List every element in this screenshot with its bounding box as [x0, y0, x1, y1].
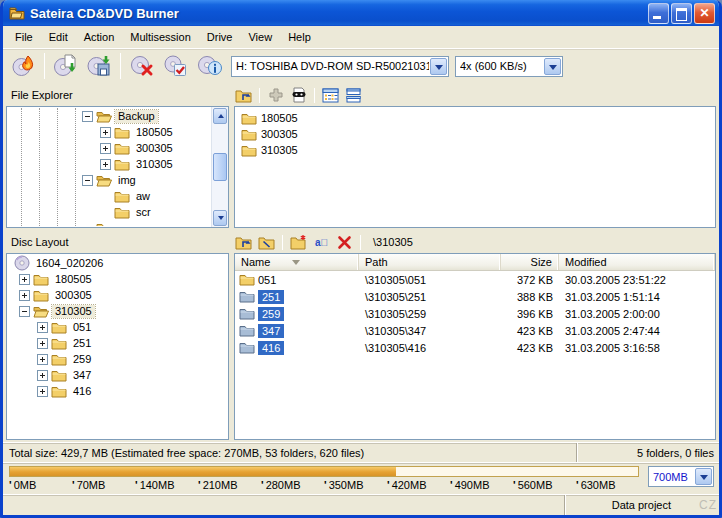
disc-layout-tree-pane: 1604_020206 180505 300305 310305: [6, 253, 229, 440]
table-row-selected[interactable]: 259 \310305\259 396 KB 31.03.2005 2:00:0…: [235, 305, 715, 322]
scroll-down-icon[interactable]: [213, 210, 227, 226]
column-header-name[interactable]: Name: [235, 254, 359, 270]
burn-disc-button[interactable]: [7, 51, 40, 81]
tree-item-180505[interactable]: 180505: [8, 271, 227, 287]
column-header-modified[interactable]: Modified: [559, 254, 715, 270]
open-project-button[interactable]: [49, 51, 82, 81]
menu-action[interactable]: Action: [76, 28, 123, 46]
status-selection-count: 5 folders, 0 files: [576, 443, 719, 462]
erase-disc-button[interactable]: [125, 51, 158, 81]
scrollbar-track[interactable]: [212, 125, 228, 209]
folder-item-180505[interactable]: 180505: [237, 110, 713, 126]
tree-item-disc-root[interactable]: 1604_020206: [8, 255, 227, 271]
expand-icon[interactable]: [19, 290, 30, 301]
column-header-path[interactable]: Path: [359, 254, 501, 270]
menu-multisession[interactable]: Multisession: [122, 28, 199, 46]
minimize-button[interactable]: [648, 3, 669, 24]
cell-name: 251: [258, 290, 284, 304]
collapse-icon[interactable]: [82, 175, 93, 186]
list-view-button[interactable]: [344, 87, 363, 104]
tree-item-051[interactable]: 051: [8, 319, 227, 335]
tree-item-251[interactable]: 251: [8, 335, 227, 351]
scroll-up-icon[interactable]: [213, 108, 227, 124]
folder-up-button[interactable]: [234, 234, 253, 251]
scale-tick: 630MB: [576, 479, 615, 491]
close-button[interactable]: [694, 3, 715, 24]
folder-item-300305[interactable]: 300305: [237, 126, 713, 142]
maximize-button[interactable]: [671, 3, 692, 24]
delete-button[interactable]: [335, 234, 354, 251]
file-explorer-tree: Backup 180505 300305 310305: [8, 108, 211, 226]
drive-select-value: H: TOSHIBA DVD-ROM SD-R50021031: [236, 60, 429, 72]
tree-item-scr[interactable]: scr: [8, 204, 211, 220]
folder-icon: [114, 206, 130, 219]
tree-item-310305[interactable]: 310305: [8, 303, 227, 319]
disc-info-button[interactable]: [193, 51, 226, 81]
tree-item-300305[interactable]: 300305: [8, 287, 227, 303]
save-project-button[interactable]: [83, 51, 116, 81]
menu-help[interactable]: Help: [280, 28, 319, 46]
disc-layout-toolbar: \310305: [232, 234, 413, 251]
folder-icon: [51, 353, 67, 366]
folder-item-310305[interactable]: 310305: [237, 142, 713, 158]
tree-item-310305[interactable]: 310305: [8, 156, 211, 172]
chevron-down-icon[interactable]: [695, 468, 712, 485]
chevron-down-icon[interactable]: [430, 58, 447, 75]
expand-icon[interactable]: [19, 274, 30, 285]
disc-icon: [14, 255, 30, 271]
table-row-selected[interactable]: 347 \310305\347 423 KB 31.03.2005 2:47:4…: [235, 322, 715, 339]
expand-icon[interactable]: [100, 143, 111, 154]
folder-up-button[interactable]: [234, 87, 253, 104]
rename-icon[interactable]: [312, 234, 331, 251]
table-row-selected[interactable]: 251 \310305\251 388 KB 31.03.2005 1:51:1…: [235, 288, 715, 305]
menu-view[interactable]: View: [240, 28, 280, 46]
file-explorer-tree-pane: Backup 180505 300305 310305: [6, 106, 229, 228]
table-row-selected[interactable]: 416 \310305\416 423 KB 31.03.2005 3:16:5…: [235, 339, 715, 356]
tree-item-347[interactable]: 347: [8, 367, 227, 383]
hidden-files-button[interactable]: [289, 87, 308, 104]
add-to-layout-button[interactable]: [266, 87, 285, 104]
chevron-down-icon[interactable]: [544, 58, 561, 75]
expand-icon[interactable]: [100, 159, 111, 170]
tree-item-416[interactable]: 416: [8, 383, 227, 399]
root-folder-button[interactable]: [257, 234, 276, 251]
menu-file[interactable]: File: [7, 28, 41, 46]
expand-icon[interactable]: [37, 370, 48, 381]
tree-item-300305[interactable]: 300305: [8, 140, 211, 156]
verify-disc-button[interactable]: [159, 51, 192, 81]
tree-item-259[interactable]: 259: [8, 351, 227, 367]
speed-select[interactable]: 4x (600 KB/s): [455, 56, 563, 77]
tree-item-label: Backup: [115, 110, 158, 123]
new-folder-button[interactable]: [289, 234, 308, 251]
collapse-icon[interactable]: [82, 111, 93, 122]
menu-drive[interactable]: Drive: [199, 28, 241, 46]
folder-icon: [241, 128, 257, 141]
sort-descending-icon: [292, 260, 300, 265]
main-toolbar: H: TOSHIBA DVD-ROM SD-R50021031 4x (600 …: [3, 48, 719, 83]
expand-icon[interactable]: [37, 386, 48, 397]
titlebar[interactable]: Sateira CD&DVD Burner: [3, 0, 719, 26]
tree-item-partial[interactable]: [8, 220, 211, 226]
list-view-icon: [345, 88, 362, 103]
table-row[interactable]: 051 \310305\051 372 KB 30.03.2005 23:51:…: [235, 271, 715, 288]
tree-scrollbar[interactable]: [211, 107, 228, 227]
cell-size: 396 KB: [501, 308, 559, 320]
capacity-select[interactable]: 700MB: [648, 466, 714, 487]
expand-icon[interactable]: [37, 322, 48, 333]
tree-item-aw[interactable]: aw: [8, 188, 211, 204]
tree-item-180505[interactable]: 180505: [8, 124, 211, 140]
tree-item-label: 300305: [133, 142, 176, 155]
tree-item-img[interactable]: img: [8, 172, 211, 188]
drive-select[interactable]: H: TOSHIBA DVD-ROM SD-R50021031: [231, 56, 449, 77]
collapse-icon[interactable]: [19, 306, 30, 317]
menu-edit[interactable]: Edit: [41, 28, 76, 46]
scrollbar-thumb[interactable]: [213, 153, 227, 181]
expand-icon[interactable]: [100, 127, 111, 138]
expand-icon[interactable]: [37, 354, 48, 365]
tree-item-backup[interactable]: Backup: [8, 108, 211, 124]
verify-disc-icon: [163, 53, 189, 79]
details-view-button[interactable]: [321, 87, 340, 104]
expand-icon[interactable]: [37, 338, 48, 349]
bottom-statusbar: Data project CZ: [3, 494, 719, 515]
column-header-size[interactable]: Size: [501, 254, 559, 270]
